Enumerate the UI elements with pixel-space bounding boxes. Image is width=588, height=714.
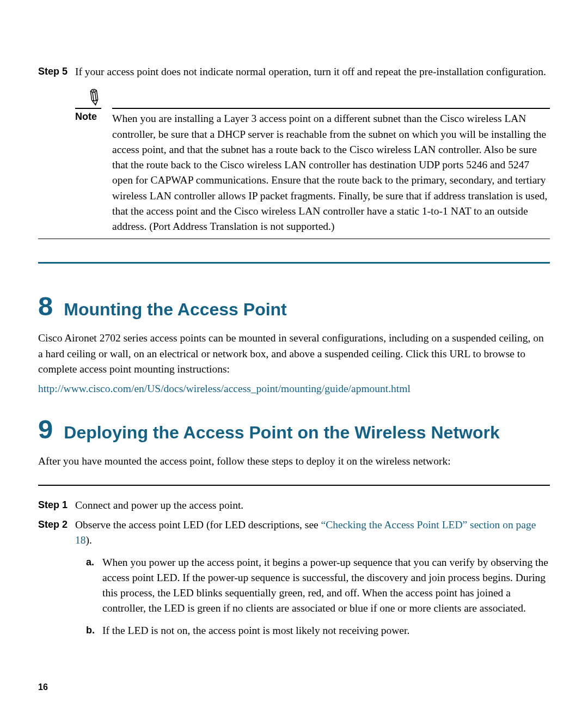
step-2-sub-b: b. If the LED is not on, the access poin… [86, 623, 550, 638]
step-2-sub-a-label: a. [86, 555, 102, 617]
step-5-label: Step 5 [38, 64, 75, 80]
section-9-heading: 9 Deploying the Access Point on the Wire… [38, 416, 550, 443]
section-8-url-row: http://www.cisco.com/en/US/docs/wireless… [38, 381, 550, 396]
mounting-guide-link[interactable]: http://www.cisco.com/en/US/docs/wireless… [38, 383, 411, 394]
section-8-number: 8 [38, 293, 53, 320]
step-5-body: If your access point does not indicate n… [75, 64, 550, 80]
step-2-body: Observe the access point LED (for LED de… [75, 517, 550, 638]
step-2-label: Step 2 [38, 517, 75, 638]
step-2-sub-a-body: When you power up the access point, it b… [102, 555, 550, 617]
note-block: ✎ Note When you are installing a Layer 3… [75, 90, 550, 234]
section-9-title: Deploying the Access Point on the Wirele… [64, 423, 499, 442]
note-left: ✎ Note [75, 90, 112, 234]
section-9-number: 9 [38, 416, 53, 443]
step-2-row: Step 2 Observe the access point LED (for… [38, 517, 550, 638]
section-8-heading: 8 Mounting the Access Point [38, 293, 550, 320]
section-8-paragraph: Cisco Aironet 2702 series access points … [38, 331, 550, 377]
step-2-sub-a: a. When you power up the access point, i… [86, 555, 550, 617]
step-2-suffix: ). [86, 534, 92, 546]
step-1-row: Step 1 Connect and power up the access p… [38, 498, 550, 513]
section-9-paragraph: After you have mounted the access point,… [38, 454, 550, 469]
step-2-sub-b-body: If the LED is not on, the access point i… [102, 623, 550, 638]
step-1-label: Step 1 [38, 498, 75, 513]
step-2-sub-b-label: b. [86, 623, 102, 638]
section-8-title: Mounting the Access Point [64, 300, 287, 319]
page-number: 16 [38, 682, 48, 692]
step-5-row: Step 5 If your access point does not ind… [38, 64, 550, 80]
note-right: When you are installing a Layer 3 access… [112, 90, 550, 234]
note-text: When you are installing a Layer 3 access… [112, 109, 550, 234]
pencil-icon: ✎ [81, 84, 107, 111]
step-1-body: Connect and power up the access point. [75, 498, 550, 513]
step-2-prefix: Observe the access point LED (for LED de… [75, 519, 321, 530]
